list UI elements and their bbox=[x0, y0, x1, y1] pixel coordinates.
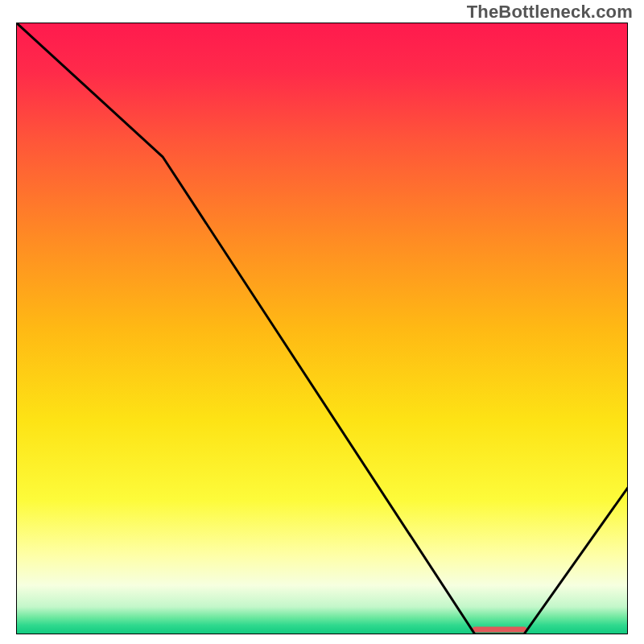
chart-svg bbox=[16, 23, 628, 634]
heat-background bbox=[16, 23, 628, 634]
chart-root: TheBottleneck.com bbox=[0, 0, 644, 644]
plot-area bbox=[16, 23, 628, 634]
watermark-text: TheBottleneck.com bbox=[467, 2, 633, 23]
